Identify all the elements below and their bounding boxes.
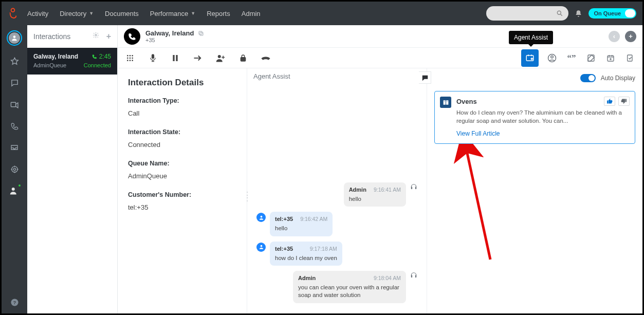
agent-icon[interactable] bbox=[8, 184, 21, 197]
svg-rect-28 bbox=[176, 55, 177, 61]
nav-item-directory[interactable]: Directory▼ bbox=[60, 10, 94, 17]
hangup-icon[interactable] bbox=[260, 52, 272, 64]
message-row: tel:+359:16:42 AMhello bbox=[256, 212, 417, 236]
message-sender: tel:+35 bbox=[275, 245, 293, 253]
thumbs-down-icon[interactable] bbox=[618, 97, 630, 106]
auto-display-toggle[interactable] bbox=[580, 74, 596, 82]
detail-label: Interaction Type: bbox=[128, 97, 236, 104]
svg-rect-4 bbox=[11, 102, 15, 107]
message-text: you can clean your oven with a regular s… bbox=[298, 284, 401, 300]
message-row: Admin9:16:41 AMhello bbox=[256, 182, 417, 207]
auto-display-label: Auto Display bbox=[601, 75, 635, 82]
thumbs-up-icon[interactable] bbox=[604, 97, 615, 106]
svg-rect-16 bbox=[199, 31, 202, 34]
canned-response-icon[interactable]: “” bbox=[565, 52, 578, 64]
customer-avatar-icon bbox=[256, 213, 266, 222]
panel-chat-icon[interactable] bbox=[419, 71, 431, 84]
knowledge-card[interactable]: Ovens How do I clean my oven? The alumin… bbox=[434, 91, 635, 144]
mute-icon[interactable] bbox=[146, 52, 159, 64]
wrap-up-icon[interactable] bbox=[624, 52, 636, 64]
card-title: Ovens bbox=[456, 98, 629, 105]
view-full-article-link[interactable]: View Full Article bbox=[456, 130, 500, 137]
message-bubble: tel:+359:17:18 AMhow do I clean my oven bbox=[270, 242, 342, 266]
svg-line-2 bbox=[561, 14, 562, 15]
message-sender: Admin bbox=[349, 186, 366, 194]
svg-rect-33 bbox=[241, 57, 245, 61]
svg-point-20 bbox=[127, 57, 128, 59]
nav-item-activity[interactable]: Activity bbox=[27, 10, 48, 17]
prev-arrow-icon[interactable]: ‹ bbox=[609, 31, 620, 42]
details-heading: Interaction Details bbox=[128, 78, 236, 88]
dialpad-icon[interactable] bbox=[124, 52, 136, 64]
message-time: 9:16:41 AM bbox=[374, 186, 401, 194]
hold-icon[interactable] bbox=[169, 52, 181, 64]
schedule-icon[interactable] bbox=[604, 52, 617, 64]
svg-point-50 bbox=[260, 245, 262, 247]
interactions-title: Interactions bbox=[33, 32, 70, 41]
apps-icon[interactable] bbox=[8, 163, 21, 175]
svg-point-5 bbox=[11, 166, 17, 172]
svg-rect-15 bbox=[200, 32, 203, 35]
message-text: hello bbox=[275, 225, 327, 233]
video-icon[interactable] bbox=[8, 98, 21, 110]
notifications-icon[interactable] bbox=[575, 10, 582, 17]
nav-item-performance[interactable]: Performance▼ bbox=[150, 10, 195, 17]
favorites-icon[interactable] bbox=[8, 55, 21, 67]
settings-icon[interactable] bbox=[93, 32, 99, 41]
secure-pause-icon[interactable] bbox=[237, 52, 249, 64]
transfer-icon[interactable] bbox=[192, 52, 204, 64]
message-sender: tel:+35 bbox=[275, 215, 293, 223]
svg-point-17 bbox=[127, 55, 128, 57]
add-interaction-icon[interactable]: + bbox=[625, 31, 636, 42]
add-icon[interactable]: + bbox=[106, 32, 111, 41]
search-input[interactable] bbox=[486, 6, 568, 21]
search-icon bbox=[556, 10, 563, 17]
message-bubble: Admin9:18:04 AMyou can clean your oven w… bbox=[293, 271, 406, 303]
help-icon[interactable]: ? bbox=[8, 296, 21, 308]
detail-label: Interaction State: bbox=[128, 128, 236, 136]
detail-value: AdminQueue bbox=[128, 172, 236, 180]
call-toolbar: Agent Assist “” bbox=[118, 48, 642, 68]
interaction-card[interactable]: Galway, Ireland 2:45 AdminQueue Connecte… bbox=[27, 48, 117, 75]
message-time: 9:16:42 AM bbox=[300, 215, 327, 223]
svg-point-30 bbox=[218, 55, 221, 58]
svg-point-19 bbox=[132, 55, 133, 57]
book-icon bbox=[440, 97, 451, 108]
agent-assist-button[interactable] bbox=[521, 49, 539, 67]
on-queue-label: On Queue bbox=[594, 10, 621, 16]
svg-point-22 bbox=[132, 57, 133, 59]
svg-text:?: ? bbox=[13, 300, 16, 305]
copy-icon[interactable] bbox=[198, 30, 204, 36]
detail-value: Connected bbox=[128, 141, 236, 149]
on-queue-toggle[interactable]: On Queue bbox=[588, 8, 636, 18]
inbox-icon[interactable] bbox=[8, 141, 21, 154]
interactions-column: Interactions + Galway, Ireland 2:45 Admi… bbox=[27, 25, 118, 313]
svg-point-40 bbox=[551, 55, 554, 58]
message-time: 9:18:04 AM bbox=[374, 274, 401, 282]
svg-point-49 bbox=[260, 216, 262, 218]
chat-icon[interactable] bbox=[8, 77, 21, 89]
message-text: how do I clean my oven bbox=[275, 254, 337, 263]
svg-point-18 bbox=[130, 55, 131, 57]
nav-item-reports[interactable]: Reports bbox=[207, 10, 230, 17]
nav-item-admin[interactable]: Admin bbox=[242, 10, 261, 17]
svg-point-3 bbox=[13, 35, 16, 38]
interaction-location: Galway, Ireland bbox=[33, 53, 78, 60]
svg-rect-26 bbox=[151, 54, 154, 59]
svg-point-24 bbox=[130, 60, 131, 61]
nav-item-documents[interactable]: Documents bbox=[105, 10, 139, 17]
svg-rect-34 bbox=[526, 55, 533, 61]
notes-icon[interactable] bbox=[585, 52, 597, 64]
add-participant-icon[interactable] bbox=[214, 52, 227, 64]
svg-rect-27 bbox=[173, 55, 174, 61]
profile-avatar[interactable] bbox=[7, 30, 22, 46]
svg-point-6 bbox=[13, 168, 15, 170]
profile-view-icon[interactable] bbox=[546, 52, 558, 64]
interaction-details-panel: Interaction Details Interaction Type:Cal… bbox=[118, 68, 247, 313]
message-row: Admin9:18:04 AMyou can clean your oven w… bbox=[256, 271, 417, 303]
svg-point-1 bbox=[558, 11, 561, 14]
main-area: Galway, Ireland +35 ‹ + Agent Ass bbox=[118, 25, 642, 313]
status-dot bbox=[17, 183, 22, 188]
interaction-queue: AdminQueue bbox=[33, 62, 66, 68]
phone-icon[interactable] bbox=[8, 120, 21, 132]
